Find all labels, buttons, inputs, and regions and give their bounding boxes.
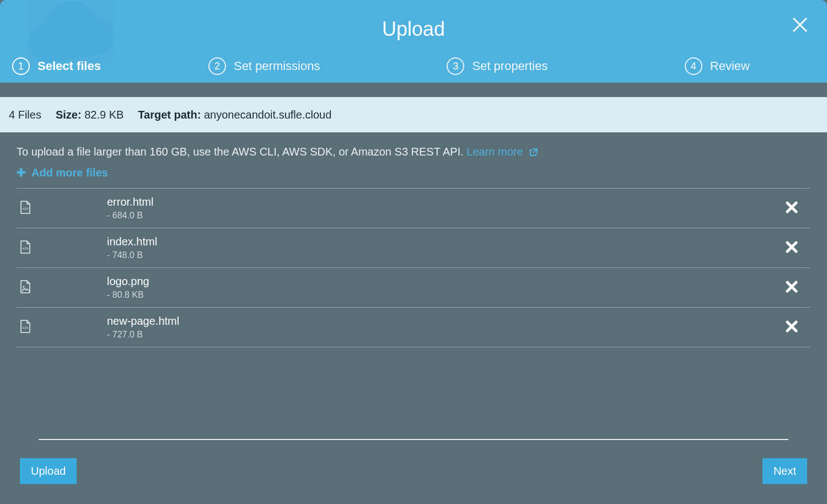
learn-more-label: Learn more [466,146,523,158]
remove-icon [786,241,798,253]
remove-file-button[interactable] [775,320,808,335]
remove-file-button[interactable] [775,201,808,216]
header-gap [0,83,827,97]
file-code-icon: </> [19,240,107,256]
close-button[interactable] [792,17,808,35]
file-row: </> error.html - 684.0 B [17,189,810,228]
file-name: error.html [107,196,775,208]
step-label: Select files [37,59,101,73]
file-code-icon: </> [19,320,107,335]
hint-text: To upload a file larger than 160 GB, use… [17,146,466,158]
step-label: Set properties [472,59,547,73]
close-icon [792,17,808,33]
file-list: </> error.html - 684.0 B </> index.html … [17,188,810,347]
remove-icon [786,281,798,293]
footer-divider [39,439,788,440]
file-info: new-page.html - 727.0 B [107,315,775,340]
modal-title: Upload [0,0,827,41]
file-row: </> index.html - 748.0 B [17,228,810,268]
file-info: index.html - 748.0 B [107,235,775,260]
external-link-icon [529,147,538,159]
step-number: 4 [685,57,702,75]
file-name: new-page.html [107,315,775,328]
file-image-icon [19,280,107,296]
size-value: 82.9 KB [84,109,123,121]
svg-text:</>: </> [22,206,29,211]
wizard-steps: 1 Select files 2 Set permissions 3 Set p… [0,57,827,75]
file-code-icon: </> [19,201,107,216]
step-label: Set permissions [234,59,320,73]
footer: Upload Next [0,451,827,504]
upload-size-hint: To upload a file larger than 160 GB, use… [17,146,810,159]
upload-header: Upload 1 Select files 2 Set permissions … [0,0,827,83]
step-set-properties[interactable]: 3 Set properties [447,57,547,75]
step-set-permissions[interactable]: 2 Set permissions [208,57,320,75]
file-row: logo.png - 80.8 KB [17,268,810,308]
add-more-files-button[interactable]: ✚ Add more files [17,166,108,179]
file-size: - 748.0 B [107,250,775,260]
file-size: - 684.0 B [107,211,775,221]
plus-icon: ✚ [17,166,26,179]
target-path-label: Target path: [138,109,201,121]
file-info: error.html - 684.0 B [107,196,775,221]
svg-text:</>: </> [22,246,29,251]
svg-point-8 [23,286,25,287]
summary-bar: 4 Files Size: 82.9 KB Target path: anyon… [0,97,827,132]
step-number: 1 [12,57,30,75]
step-label: Review [710,59,750,73]
learn-more-link[interactable]: Learn more [466,146,538,158]
step-review[interactable]: 4 Review [685,57,750,75]
remove-icon [786,201,798,213]
file-row: </> new-page.html - 727.0 B [17,308,810,347]
step-number: 3 [447,57,464,75]
next-button[interactable]: Next [762,458,807,484]
file-size: - 727.0 B [107,330,775,340]
file-size: - 80.8 KB [107,290,775,300]
remove-file-button[interactable] [775,281,808,295]
add-more-label: Add more files [31,167,108,179]
file-count: 4 Files [9,109,41,121]
remove-icon [786,320,798,333]
file-name: logo.png [107,275,775,288]
size-label: Size: [56,109,82,121]
svg-text:</>: </> [22,325,29,330]
file-info: logo.png - 80.8 KB [107,275,775,300]
file-name: index.html [107,235,775,248]
remove-file-button[interactable] [775,241,808,255]
content-area: To upload a file larger than 160 GB, use… [0,132,827,347]
upload-button[interactable]: Upload [20,458,77,484]
step-select-files[interactable]: 1 Select files [12,57,101,75]
step-number: 2 [208,57,226,75]
target-path-value: anyonecandoit.sufle.cloud [204,109,331,121]
